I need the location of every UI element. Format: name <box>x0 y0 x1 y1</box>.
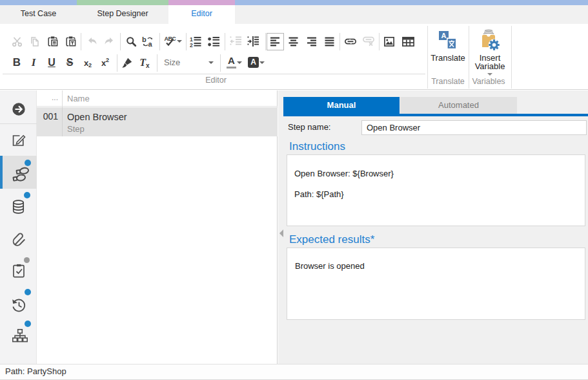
svg-text:ABC: ABC <box>165 36 177 42</box>
svg-text:a: a <box>148 40 153 47</box>
svg-text:b: b <box>142 36 147 43</box>
svg-text:2: 2 <box>190 41 193 47</box>
svg-text:A: A <box>441 32 447 39</box>
